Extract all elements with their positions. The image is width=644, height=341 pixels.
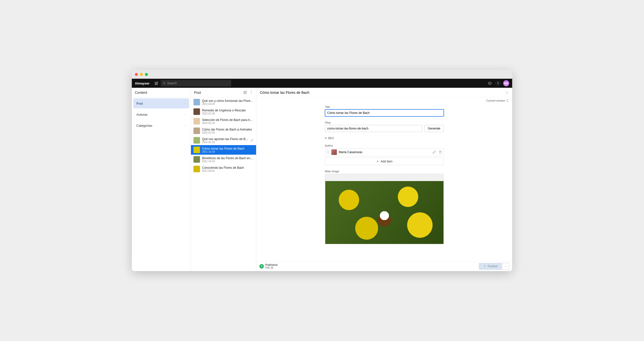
svg-point-2: [251, 92, 252, 93]
seo-expander[interactable]: SEO: [325, 137, 444, 140]
post-item[interactable]: Qué nos aportan las Flores de B...2022-0…: [191, 136, 256, 145]
chevron-right-icon: [184, 102, 186, 105]
new-post-icon[interactable]: [243, 91, 247, 94]
image-toolbar: [325, 174, 444, 181]
sidebar-header: Content: [132, 88, 191, 97]
post-item[interactable]: Selección de Flores de Bach para Ani...2…: [191, 116, 256, 126]
post-list-pane: Post Qué son y cómo funcionan las Flores…: [191, 88, 256, 271]
svg-point-5: [507, 92, 507, 93]
post-date: 2021-10-18: [202, 160, 254, 163]
svg-point-11: [327, 153, 328, 154]
svg-point-7: [327, 151, 328, 151]
svg-point-12: [328, 153, 329, 154]
post-item[interactable]: Cómo tomar las Flores de Bach2021-10-18: [191, 145, 256, 155]
package-icon[interactable]: [487, 80, 493, 87]
editor-pane: Cómo tomar las Flores de Bach Current ve…: [256, 88, 512, 271]
sidebar: Content PostAutorasCategorías: [132, 88, 191, 271]
post-thumb: [193, 147, 200, 153]
generate-button[interactable]: Generate: [424, 125, 444, 132]
post-title: Remedio de Urgencia o Rescate: [202, 109, 254, 112]
post-title: Selección de Flores de Bach para Ani...: [202, 118, 254, 122]
main-image-box[interactable]: [325, 174, 444, 244]
chevron-right-icon: [184, 124, 186, 127]
brand[interactable]: Almayser: [135, 81, 150, 85]
minimize-window[interactable]: [140, 73, 143, 76]
post-title: Conociendo las Flores de Bach: [202, 166, 254, 169]
compose-icon[interactable]: [153, 80, 160, 87]
post-title: Qué son y cómo funcionan las Flores...: [202, 99, 254, 103]
version-selector[interactable]: Current version: [256, 97, 512, 104]
post-date: 2022-02-16: [202, 141, 249, 144]
mac-titlebar: [132, 70, 512, 79]
author-name: María Casanovas: [339, 150, 363, 154]
post-date: 2021-10-18: [202, 150, 254, 153]
author-thumb: [331, 149, 337, 155]
svg-point-3: [251, 93, 252, 94]
notification-badge[interactable]: 0: [496, 81, 501, 85]
search-input[interactable]: Search: [161, 80, 231, 87]
published-icon: [259, 264, 264, 269]
doc-footer: Published Feb 16 Publish: [256, 261, 512, 271]
post-title: Beneficios de las Flores de Bach en A...: [202, 156, 254, 160]
post-item[interactable]: Remedio de Urgencia o Rescate2022-02-28: [191, 107, 256, 116]
post-date: 2022-02-16: [202, 131, 254, 134]
chevron-right-icon: [184, 113, 186, 116]
publish-dropdown[interactable]: [502, 263, 509, 270]
postlist-header: Post: [191, 88, 256, 97]
doc-header: Cómo tomar las Flores de Bach: [256, 88, 512, 97]
post-date: 2022-02-28: [202, 112, 254, 115]
close-window[interactable]: [135, 73, 138, 76]
post-item[interactable]: Cómo dar Flores de Bach a Animales2022-0…: [191, 126, 256, 136]
post-thumb: [193, 118, 200, 124]
sidebar-item-categorías[interactable]: Categorías: [133, 120, 189, 131]
svg-point-8: [328, 151, 329, 151]
title-input[interactable]: [325, 109, 444, 116]
post-thumb: [193, 99, 200, 105]
author-item[interactable]: María Casanovas: [325, 148, 444, 156]
svg-point-9: [327, 152, 328, 153]
link-icon[interactable]: [432, 150, 436, 154]
sidebar-item-autoras[interactable]: Autoras: [133, 109, 189, 119]
doc-title: Cómo tomar las Flores de Bach: [260, 91, 309, 95]
svg-point-10: [328, 152, 329, 153]
post-date: 2021-09-01: [202, 169, 254, 172]
publish-button[interactable]: Publish: [479, 263, 502, 270]
app-header: Almayser Search 0 MA: [132, 79, 512, 88]
svg-point-1: [251, 91, 252, 92]
post-item[interactable]: Beneficios de las Flores de Bach en A...…: [191, 155, 256, 164]
post-date: 2022-03-02: [202, 103, 254, 105]
post-title: Cómo tomar las Flores de Bach: [202, 147, 254, 150]
sidebar-item-post[interactable]: Post: [133, 98, 189, 108]
post-item[interactable]: Conociendo las Flores de Bach2021-09-01: [191, 164, 256, 174]
postlist-more-icon[interactable]: [250, 91, 253, 94]
avatar[interactable]: MA: [503, 80, 509, 86]
edit-icon[interactable]: [251, 139, 254, 142]
author-label: Author: [325, 144, 444, 147]
main-image: [325, 181, 444, 244]
title-label: Title: [325, 105, 444, 108]
post-thumb: [193, 166, 200, 172]
post-item[interactable]: Qué son y cómo funcionan las Flores...20…: [191, 97, 256, 107]
publish-status: Published Feb 16: [259, 264, 277, 269]
slug-label: Slug: [325, 121, 444, 124]
post-thumb: [193, 137, 200, 144]
svg-point-0: [163, 82, 165, 84]
post-thumb: [193, 108, 200, 115]
doc-more-icon[interactable]: [505, 91, 509, 94]
svg-point-6: [507, 93, 507, 94]
post-title: Qué nos aportan las Flores de B...: [202, 137, 249, 141]
post-thumb: [193, 127, 200, 134]
add-item-button[interactable]: Add item: [325, 158, 444, 165]
trash-icon[interactable]: [438, 150, 442, 154]
slug-input[interactable]: [325, 125, 423, 132]
drag-handle-icon[interactable]: [327, 150, 329, 154]
main-image-label: Main image: [325, 170, 444, 173]
maximize-window[interactable]: [145, 73, 148, 76]
post-thumb: [193, 156, 200, 163]
search-placeholder: Search: [167, 81, 177, 85]
svg-point-4: [507, 91, 507, 92]
post-date: 2022-02-16: [202, 122, 254, 124]
post-title: Cómo dar Flores de Bach a Animales: [202, 128, 254, 131]
